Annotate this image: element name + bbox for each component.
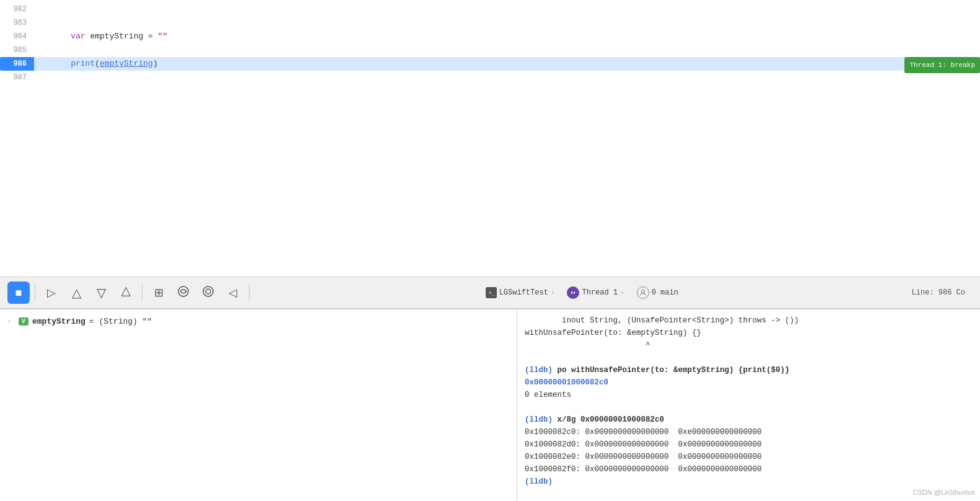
code-line: 982 <box>0 2 980 16</box>
watermark: CSDN @LinShunIos <box>913 489 975 496</box>
code-line: 984 var emptyString = "" <box>0 30 980 43</box>
step-into-button[interactable]: ▽ <box>90 282 112 304</box>
debug-toolbar: ■ ▷ △ ▽ ▽ ⊞ ◁ <box>0 277 980 309</box>
svg-point-8 <box>641 290 644 293</box>
console-line: 0 elements <box>525 389 973 401</box>
share-button[interactable] <box>172 282 195 304</box>
svg-text:>_: >_ <box>489 290 495 296</box>
line-number: 982 <box>0 2 34 16</box>
var-type-badge: V <box>19 317 28 326</box>
var-name: emptyString <box>32 317 85 326</box>
step-into-icon: ▽ <box>97 285 106 300</box>
memory-button[interactable] <box>197 282 219 304</box>
separator-3 <box>249 284 250 301</box>
breadcrumb-frame[interactable]: 0 main <box>632 285 683 301</box>
code-lines: 982983984 var emptyString = ""985986 pri… <box>0 0 980 84</box>
step-over-button[interactable]: △ <box>65 282 87 304</box>
console-line: 0x00000001000082c0 <box>525 376 973 389</box>
console-line: 0x1000082e0: 0x0000000000000000 0x000000… <box>525 451 973 463</box>
continue-icon: ▷ <box>47 286 56 299</box>
send-icon: ◁ <box>229 286 237 299</box>
separator-2 <box>142 284 142 301</box>
step-out-button[interactable]: ▽ <box>115 282 137 304</box>
svg-point-1 <box>203 286 213 296</box>
console-line: 0x1000082f0: 0x0000000000000000 0x000000… <box>525 463 973 476</box>
line-info: Line: 986 Co <box>912 288 973 297</box>
step-out-icon: ▽ <box>121 285 131 300</box>
expand-icon[interactable]: › <box>7 318 15 325</box>
console-line <box>525 401 973 414</box>
console-line: (lldb) <box>525 476 973 488</box>
terminal-icon: >_ <box>486 287 497 298</box>
code-content: print(emptyString) <box>46 57 980 71</box>
console-line: 0x1000082c0: 0x0000000000000000 0xe00000… <box>525 426 973 438</box>
console-line: (lldb) po withUnsafePointer(to: &emptySt… <box>525 364 973 376</box>
memory-icon <box>202 285 214 301</box>
svg-point-0 <box>178 286 188 296</box>
thread-icon <box>567 286 579 299</box>
separator-1 <box>35 284 35 301</box>
svg-rect-7 <box>574 291 575 294</box>
send-button[interactable]: ◁ <box>222 282 244 304</box>
code-content: var emptyString = "" <box>46 30 980 43</box>
code-editor: 982983984 var emptyString = ""985986 pri… <box>0 0 980 277</box>
line-number: 986 <box>0 57 34 71</box>
console-line: ^ <box>525 339 973 352</box>
stop-icon: ■ <box>15 286 22 299</box>
code-line: 985 <box>0 43 980 57</box>
frame-label: 0 main <box>652 288 678 297</box>
bottom-panel: › V emptyString = (String) "" inout Stri… <box>0 309 980 501</box>
breakpoints-button[interactable]: ⊞ <box>147 282 170 304</box>
continue-button[interactable]: ▷ <box>40 282 63 304</box>
console-line: (lldb) x/8g 0x00000001000082c0 <box>525 414 973 426</box>
chevron-icon-1: › <box>551 289 555 296</box>
breakpoints-icon: ⊞ <box>154 286 164 299</box>
code-line: 983 <box>0 16 980 30</box>
line-number: 987 <box>0 71 34 84</box>
line-number: 983 <box>0 16 34 30</box>
svg-point-5 <box>569 288 577 297</box>
breadcrumb-thread[interactable]: Thread 1 › <box>562 285 629 301</box>
svg-rect-6 <box>571 291 572 294</box>
console-line: withUnsafePointer(to: &emptyString) {} <box>525 327 973 339</box>
variable-row: › V emptyString = (String) "" <box>0 314 517 329</box>
line-number: 984 <box>0 30 34 43</box>
thread-label: Thread 1 <box>582 288 618 297</box>
chevron-icon-2: › <box>620 289 624 296</box>
code-line: 986 print(emptyString)Thread 1: breakp <box>0 57 980 71</box>
line-number: 985 <box>0 43 34 57</box>
var-value: = (String) "" <box>89 317 152 326</box>
code-line: 987 <box>0 71 980 84</box>
console-line: 0x1000082d0: 0x0000000000000000 0x000000… <box>525 438 973 451</box>
variables-panel: › V emptyString = (String) "" <box>0 309 517 501</box>
stop-button[interactable]: ■ <box>7 282 30 304</box>
breadcrumb: >_ LGSwiftTest › Thread 1 › <box>481 285 683 301</box>
console-line <box>525 352 973 364</box>
step-over-icon: △ <box>72 285 81 300</box>
person-icon <box>637 286 649 299</box>
project-label: LGSwiftTest <box>499 288 548 297</box>
console-line: inout String, (UnsafePointer<String>) th… <box>525 314 973 327</box>
svg-point-2 <box>206 289 211 294</box>
share-icon <box>177 285 190 301</box>
console-panel[interactable]: inout String, (UnsafePointer<String>) th… <box>517 309 980 501</box>
breadcrumb-project[interactable]: >_ LGSwiftTest › <box>481 285 560 300</box>
